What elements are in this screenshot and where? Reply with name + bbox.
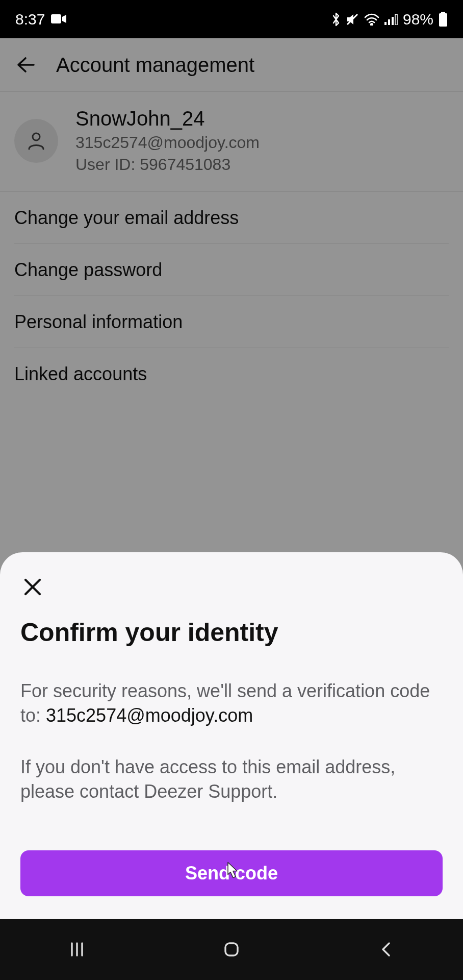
svg-rect-4 (388, 19, 390, 25)
modal-text-2: If you don't have access to this email a… (20, 755, 443, 804)
svg-point-2 (371, 23, 373, 26)
confirm-identity-sheet: Confirm your identity For security reaso… (0, 552, 463, 919)
status-right: 98% (331, 11, 448, 28)
nav-home-icon[interactable] (221, 939, 242, 960)
close-icon[interactable] (20, 575, 443, 599)
svg-rect-8 (439, 13, 447, 27)
svg-rect-7 (441, 12, 445, 13)
status-bar: 8:37 98% (0, 0, 463, 38)
status-left: 8:37 (15, 11, 66, 28)
mute-icon (346, 13, 359, 26)
nav-back-icon[interactable] (376, 939, 396, 960)
svg-rect-0 (51, 14, 61, 23)
svg-rect-6 (395, 14, 397, 25)
svg-rect-3 (384, 22, 387, 25)
nav-recent-icon[interactable] (67, 939, 87, 960)
camera-icon (51, 11, 66, 28)
modal-email: 315c2574@moodjoy.com (46, 705, 253, 726)
battery-pct: 98% (403, 11, 433, 28)
svg-rect-5 (392, 17, 394, 25)
wifi-icon (364, 13, 379, 26)
modal-body: For security reasons, we'll send a verif… (20, 679, 443, 804)
signal-icon (384, 14, 398, 25)
svg-rect-15 (225, 943, 238, 955)
bluetooth-icon (331, 12, 341, 27)
status-time: 8:37 (15, 11, 45, 28)
send-code-label: Send code (185, 863, 278, 884)
modal-text-1: For security reasons, we'll send a verif… (20, 679, 443, 728)
battery-icon (439, 12, 448, 27)
send-code-button[interactable]: Send code (20, 850, 443, 896)
modal-title: Confirm your identity (20, 618, 443, 647)
android-navbar (0, 919, 463, 980)
